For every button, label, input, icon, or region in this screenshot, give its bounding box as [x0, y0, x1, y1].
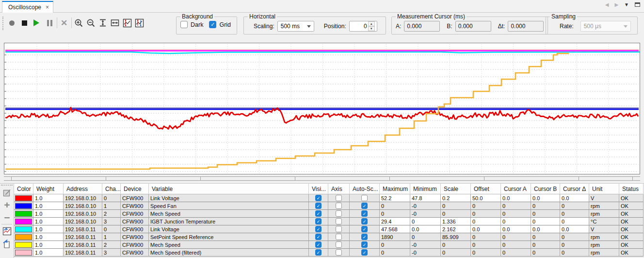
color-swatch[interactable]: [14, 194, 33, 202]
cursor-delta-cell[interactable]: 0.0: [560, 194, 589, 202]
zoom-in-icon[interactable]: [73, 17, 84, 29]
visible-checkbox[interactable]: ✓: [315, 226, 322, 232]
weight-cell[interactable]: 1.0: [33, 249, 64, 257]
table-row[interactable]: 1.0192.168.0.111CFW900SetPoint Speed Ref…: [14, 233, 644, 241]
pause-icon[interactable]: [44, 17, 55, 29]
position-input[interactable]: 0 ▲ ▼: [349, 21, 377, 32]
column-header-device[interactable]: Device: [121, 184, 149, 194]
column-header-variable[interactable]: Variable: [149, 184, 309, 194]
tab-close-icon[interactable]: ×: [46, 4, 49, 10]
offset-cell[interactable]: 0.0: [471, 225, 501, 233]
weight-cell[interactable]: 1.0: [33, 202, 64, 210]
axis-checkbox[interactable]: [336, 218, 342, 224]
axis-checkbox[interactable]: [336, 241, 342, 248]
autoscale-checkbox[interactable]: ✓: [361, 241, 368, 248]
grid-checkbox[interactable]: ✓: [209, 21, 216, 28]
column-header-weight[interactable]: Weight: [33, 184, 64, 194]
cursor-b-cell[interactable]: 0.0: [531, 225, 560, 233]
dark-checkbox[interactable]: [180, 21, 188, 28]
minimum-cell[interactable]: 0.0: [410, 225, 441, 233]
table-row[interactable]: 1.0192.168.0.112CFW900Mech Speed✓✓0-0000…: [14, 241, 644, 249]
column-header-status[interactable]: Status: [619, 184, 644, 194]
color-swatch[interactable]: [14, 225, 33, 233]
autoscale-checkbox[interactable]: ✓: [361, 234, 368, 240]
record-icon[interactable]: [6, 17, 17, 29]
clear-icon[interactable]: ✕: [59, 17, 69, 29]
weight-cell[interactable]: 1.0: [33, 194, 64, 202]
horizontal-ruler[interactable]: [4, 176, 640, 181]
column-header-minimum[interactable]: Minimum: [410, 184, 441, 194]
axis-checkbox[interactable]: [336, 226, 342, 232]
cursor-delta-cell[interactable]: 0: [560, 218, 589, 225]
column-header-visible[interactable]: Visi...: [309, 184, 328, 194]
autoscale-checkbox[interactable]: ✓: [361, 203, 368, 209]
maximum-cell[interactable]: 29.4: [380, 218, 410, 225]
table-row[interactable]: 1.0192.168.0.113CFW900Mech Speed (filter…: [14, 249, 644, 257]
nav-forward-icon[interactable]: ▶: [614, 2, 618, 7]
nav-back-icon[interactable]: ◀: [605, 2, 609, 7]
scale-cell[interactable]: 1.336: [441, 218, 471, 225]
minimum-cell[interactable]: 47.8: [410, 194, 441, 202]
color-swatch[interactable]: [14, 249, 33, 257]
color-swatch[interactable]: [14, 210, 33, 218]
column-header-address[interactable]: Address: [64, 184, 102, 194]
tab-oscilloscope[interactable]: Oscilloscope ×: [2, 1, 53, 13]
visible-checkbox[interactable]: ✓: [315, 249, 322, 256]
column-header-scale[interactable]: Scale: [441, 184, 471, 194]
visible-checkbox[interactable]: ✓: [315, 218, 322, 224]
autoscale-checkbox[interactable]: ✓: [361, 249, 368, 256]
edit-icon[interactable]: [1, 187, 13, 198]
play-icon[interactable]: [31, 17, 42, 29]
table-row[interactable]: 1.0192.168.0.110CFW900Link Voltage✓✓47.5…: [14, 225, 644, 233]
column-header-offset[interactable]: Offset: [471, 184, 501, 194]
autoscale-checkbox[interactable]: ✓: [361, 226, 368, 232]
weight-cell[interactable]: 1.0: [33, 241, 64, 249]
weight-cell[interactable]: 1.0: [33, 218, 64, 225]
column-header-cursor-delta[interactable]: Cursor Δ: [560, 184, 589, 194]
autoscale-checkbox[interactable]: ✓: [361, 218, 368, 224]
column-header-cursor-a[interactable]: Cursor A: [501, 184, 531, 194]
visible-checkbox[interactable]: ✓: [315, 241, 322, 248]
column-header-cursor-b[interactable]: Cursor B: [531, 184, 560, 194]
autoscale-y-icon[interactable]: [122, 17, 132, 29]
channel-toolbar-grip[interactable]: [1, 185, 13, 186]
cursor-a-cell[interactable]: 0: [501, 218, 531, 225]
scale-cell[interactable]: 2.162: [441, 225, 471, 233]
chart-export-icon[interactable]: [1, 225, 13, 237]
weight-cell[interactable]: 1.0: [33, 210, 64, 218]
weight-cell[interactable]: 1.0: [33, 233, 64, 241]
cursor-delta-cell[interactable]: 0.0: [560, 225, 589, 233]
toolbar-grip[interactable]: [2, 17, 4, 30]
table-row[interactable]: 1.0192.168.0.102CFW900Mech Speed✓✓0-0000…: [14, 210, 644, 218]
autoscale-checkbox[interactable]: [361, 195, 368, 201]
zoom-out-icon[interactable]: [85, 17, 96, 29]
cursor-b-cell[interactable]: 0: [531, 218, 560, 225]
column-header-autoscale[interactable]: Auto-Sc...: [350, 184, 380, 194]
minimum-cell[interactable]: 0: [410, 218, 441, 225]
color-swatch[interactable]: [14, 233, 33, 241]
column-header-axis[interactable]: Axis: [328, 184, 350, 194]
column-header-channel[interactable]: Cha...: [102, 184, 121, 194]
color-swatch[interactable]: [14, 241, 33, 249]
autoscale-checkbox[interactable]: ✓: [361, 210, 368, 217]
remove-channel-icon[interactable]: −: [1, 212, 13, 223]
axis-checkbox[interactable]: [336, 234, 342, 240]
offset-cell[interactable]: 50.0: [471, 194, 501, 202]
column-header-color[interactable]: Color: [14, 184, 33, 194]
scale-cell[interactable]: 0.2: [441, 194, 471, 202]
table-row[interactable]: 1.0192.168.0.101CFW900Speed Fan✓✓0-00000…: [14, 202, 644, 210]
color-swatch[interactable]: [14, 202, 33, 210]
fit-width-icon[interactable]: [110, 17, 120, 29]
scaling-select[interactable]: 500 ms: [277, 21, 314, 32]
visible-checkbox[interactable]: ✓: [315, 210, 322, 217]
oscilloscope-plot[interactable]: [4, 43, 640, 174]
axis-checkbox[interactable]: [336, 203, 342, 209]
offset-cell[interactable]: 0: [471, 218, 501, 225]
axis-checkbox[interactable]: [336, 195, 342, 201]
visible-checkbox[interactable]: ✓: [315, 203, 322, 209]
maximum-cell[interactable]: 47.568: [380, 225, 410, 233]
color-swatch[interactable]: [14, 218, 33, 225]
export-file-icon[interactable]: [1, 239, 13, 250]
autoscale-xy-icon[interactable]: [134, 17, 145, 29]
maximum-cell[interactable]: 52.2: [380, 194, 410, 202]
